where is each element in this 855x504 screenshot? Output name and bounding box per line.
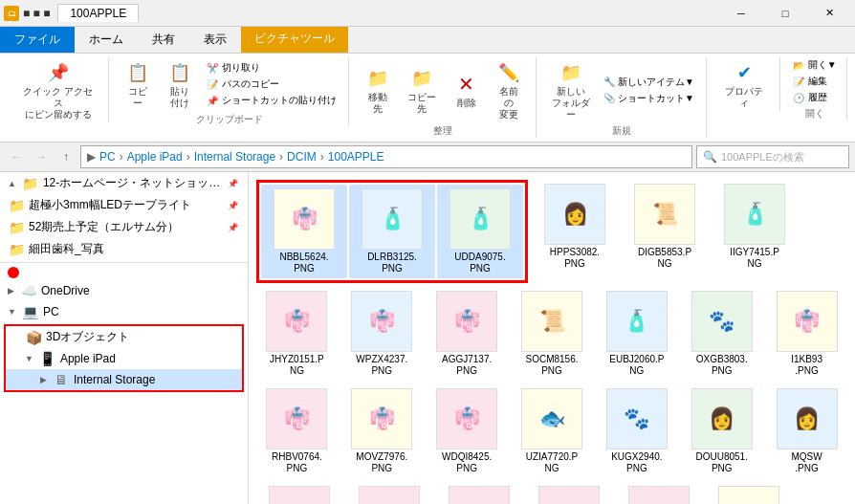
copy-label: コピー <box>124 86 151 109</box>
sidebar-item-led[interactable]: 📁 超極小3mm幅LEDテープライト 📌 <box>0 194 248 216</box>
file-item-rhbv[interactable]: 👘 RHBV0764.PNG <box>256 384 338 478</box>
file-item-r4-6[interactable]: 👧 <box>706 482 792 504</box>
file-item-udda[interactable]: 🧴 UDDA9075.PNG <box>437 185 523 278</box>
thumb-content-dlrb: 🧴 <box>380 207 406 231</box>
search-box[interactable]: 🔍 100APPLEの検索 <box>696 145 849 168</box>
file-item-r4-3[interactable]: 👧 <box>436 482 522 504</box>
thumb-douu: 👩 <box>691 388 753 449</box>
icon-jhyz: 👘 <box>284 309 310 334</box>
sidebar-item-52[interactable]: 📁 52期売上予定（エルサム分） 📌 <box>0 216 248 238</box>
file-item-r4-2[interactable]: 👧 <box>346 482 432 504</box>
tab-picture-tools[interactable]: ピクチャツール <box>241 27 348 53</box>
move-to-button[interactable]: 📁 移動先 <box>359 63 397 117</box>
rename-button[interactable]: ✏️ 名前の変更 <box>490 57 528 122</box>
sidebar-item-ipad[interactable]: ▼ 📱 Apple iPad <box>6 348 242 369</box>
thumb-socm: 📜 <box>521 291 582 352</box>
file-item-r4-4[interactable]: 👧 <box>526 482 612 504</box>
quick-access-button[interactable]: 📌 クイック アクセスにピン留めする <box>15 57 100 122</box>
sep1: › <box>120 150 123 164</box>
file-item-douu[interactable]: 👩 DOUU8051.PNG <box>681 384 762 478</box>
file-item-mqsw[interactable]: 👩 MQSW.PNG <box>766 384 847 478</box>
new-folder-button[interactable]: 📁 新しいフォルダー <box>546 57 596 122</box>
file-item-movz[interactable]: 👘 MOVZ7976.PNG <box>341 384 423 478</box>
up-button[interactable]: ↑ <box>55 146 77 167</box>
thumb-content-nbbl: 👘 <box>292 207 318 231</box>
edit-button[interactable]: 📝 編集 <box>789 74 841 89</box>
window-controls: ─ □ ✕ <box>719 0 851 27</box>
path-folder[interactable]: 100APPLE <box>328 150 384 164</box>
sidebar-item-3dobj[interactable]: 📦 3Dオブジェクト <box>6 326 242 348</box>
ribbon-group-open: 📂 開く▼ 📝 編集 🕑 履歴 開く <box>782 57 847 121</box>
file-item-hpps[interactable]: 👩 HPPS3082.PNG <box>532 180 618 283</box>
file-item-wdqi[interactable]: 👘 WDQI8425.PNG <box>427 384 508 478</box>
open-icon: 📂 <box>793 60 804 71</box>
sidebar-item-onedrive[interactable]: ▶ ☁️ OneDrive <box>0 280 248 301</box>
sidebar-item-homepage[interactable]: ▲ 📁 12-ホームページ・ネットショップ 関係 📌 <box>0 172 248 194</box>
minimize-button[interactable]: ─ <box>719 0 763 27</box>
paste-button[interactable]: 📋 貼り付け <box>161 57 199 111</box>
onedrive-icon: ☁️ <box>20 283 37 298</box>
address-path[interactable]: ▶ PC › Apple iPad › Internal Storage › D… <box>80 145 692 168</box>
copy-button[interactable]: 📋 コピー <box>119 57 157 111</box>
file-row-1: 👘 NBBL5624.PNG 🧴 DLRB3125.PNG 🧴 UDDA9075… <box>256 180 847 283</box>
file-item-dlrb[interactable]: 🧴 DLRB3125.PNG <box>349 185 435 278</box>
thumb-content-iigy: 🧴 <box>742 202 768 227</box>
tab-view[interactable]: 表示 <box>189 27 241 53</box>
sidebar-label-1: 12-ホームページ・ネットショップ 関係 <box>43 175 224 191</box>
new-item-button[interactable]: 🔧 新しいアイテム▼ <box>600 75 698 90</box>
delete-button[interactable]: ✕ 削除 <box>448 69 486 111</box>
thumb-mqsw: 👩 <box>777 388 838 449</box>
icon-rhbv: 👘 <box>284 406 310 431</box>
active-tab[interactable]: 100APPLE <box>57 4 139 22</box>
copy-path-button[interactable]: 📝 パスのコピー <box>203 77 340 92</box>
pin-arrow-1: 📌 <box>228 179 238 188</box>
path-storage[interactable]: Internal Storage <box>194 150 275 164</box>
delete-icon: ✕ <box>453 71 480 98</box>
file-item-r4-1[interactable]: 👧 <box>256 482 342 504</box>
search-placeholder: 100APPLEの検索 <box>721 150 804 164</box>
history-button[interactable]: 🕑 履歴 <box>789 90 841 105</box>
ribbon-group-quickaccess: 📌 クイック アクセスにピン留めする <box>8 57 109 122</box>
forward-button[interactable]: → <box>31 146 52 167</box>
file-item-nbbl[interactable]: 👘 NBBL5624.PNG <box>261 185 347 278</box>
file-item-kugx[interactable]: 🐾 KUGX2940.PNG <box>596 384 677 478</box>
new-items: 📁 新しいフォルダー 🔧 新しいアイテム▼ 📎 ショートカット▼ <box>546 57 698 122</box>
file-item-oxgb[interactable]: 🐾 OXGB3803.PNG <box>681 287 762 381</box>
paste-shortcut-button[interactable]: 📌 ショートカットの貼り付け <box>203 93 340 108</box>
thumb-content-digb: 📜 <box>652 202 678 227</box>
copy-icon: 📋 <box>124 59 151 86</box>
file-item-r4-5[interactable]: 👧 <box>616 482 702 504</box>
sidebar-item-internal-storage[interactable]: ▶ 🖥 Internal Storage <box>6 369 242 390</box>
open-extra: 📂 開く▼ 📝 編集 🕑 履歴 <box>789 57 841 105</box>
tab-file[interactable]: ファイル <box>0 27 75 53</box>
file-item-eubj[interactable]: 🧴 EUBJ2060.PNG <box>596 287 677 381</box>
file-item-iigy[interactable]: 🧴 IIGY7415.PNG <box>712 180 798 283</box>
shortcut-button[interactable]: 📎 ショートカット▼ <box>600 91 698 106</box>
file-item-digb[interactable]: 📜 DIGB5853.PNG <box>622 180 708 283</box>
back-button[interactable]: ← <box>6 146 27 167</box>
sidebar-item-pc[interactable]: ▼ 💻 PC <box>0 301 248 322</box>
sidebar-label-storage: Internal Storage <box>74 373 155 386</box>
cut-button[interactable]: ✂️ 切り取り <box>203 60 340 76</box>
file-item-uzia[interactable]: 🐟 UZIA7720.PNG <box>512 384 593 478</box>
ribbon-tabs: ファイル ホーム 共有 表示 ピクチャツール <box>0 27 855 54</box>
sidebar-red-highlight: 📦 3Dオブジェクト ▼ 📱 Apple iPad ▶ 🖥 Internal S… <box>4 324 244 392</box>
tab-share[interactable]: 共有 <box>138 27 189 53</box>
file-item-i1kb[interactable]: 👘 I1KB93.PNG <box>766 287 847 381</box>
file-item-wpzx[interactable]: 👘 WPZX4237.PNG <box>341 287 423 381</box>
file-item-aggj[interactable]: 👘 AGGJ7137.PNG <box>427 287 508 381</box>
close-button[interactable]: ✕ <box>807 0 851 27</box>
sep2: › <box>186 150 190 164</box>
copy-to-button[interactable]: 📁 コピー先 <box>401 63 444 117</box>
ribbon-group-organize: 📁 移動先 📁 コピー先 ✕ 削除 ✏️ 名前の変更 整理 <box>351 57 537 138</box>
path-pc[interactable]: PC <box>99 150 116 164</box>
sidebar-item-hosoda[interactable]: 📁 細田歯科_写真 <box>0 238 248 260</box>
open-button[interactable]: 📂 開く▼ <box>789 57 841 73</box>
file-item-socm[interactable]: 📜 SOCM8156.PNG <box>512 287 593 381</box>
path-ipad[interactable]: Apple iPad <box>127 150 183 164</box>
tab-home[interactable]: ホーム <box>75 27 138 53</box>
properties-button[interactable]: ✔ プロパティ <box>716 57 772 111</box>
maximize-button[interactable]: □ <box>763 0 807 27</box>
file-item-jhyz[interactable]: 👘 JHYZ0151.PNG <box>256 287 338 381</box>
path-dcim[interactable]: DCIM <box>287 150 317 164</box>
